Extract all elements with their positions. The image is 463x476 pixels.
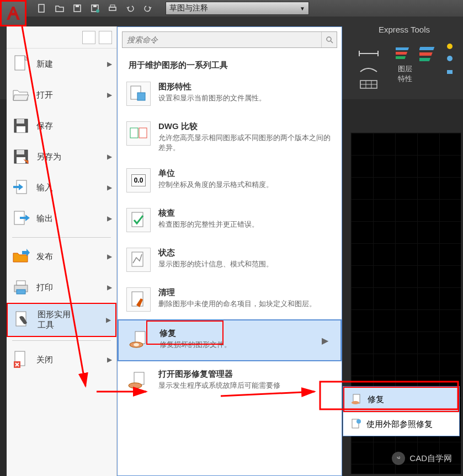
document-icon	[37, 3, 47, 13]
autocad-logo-icon	[4, 4, 22, 22]
menu-publish[interactable]: 发布 ▶	[7, 241, 116, 272]
purge-broom-icon	[126, 287, 151, 312]
layer-properties-label: 图层 特性	[391, 64, 419, 84]
menu-export[interactable]: 输出 ▶	[7, 203, 116, 234]
chevron-right-icon: ▶	[322, 335, 332, 346]
svg-rect-29	[17, 150, 24, 154]
folder-icon	[55, 3, 65, 13]
qat-save-button[interactable]	[71, 2, 84, 15]
properties-icon	[126, 82, 151, 106]
qat-print-button[interactable]	[106, 2, 119, 15]
chevron-right-icon: ▶	[107, 184, 112, 191]
sub-item-units[interactable]: 0.0 单位 控制坐标及角度的显示格式和精度。	[118, 161, 342, 200]
units-icon: 0.0	[126, 168, 151, 192]
status-chart-icon	[126, 248, 151, 272]
ribbon-tab-express-tools[interactable]: Express Tools	[379, 25, 430, 34]
svg-rect-13	[447, 70, 453, 74]
svg-point-12	[447, 56, 453, 61]
menu-separator	[12, 237, 111, 238]
arc-icon[interactable]	[358, 64, 380, 74]
menu-new[interactable]: 新建 ▶	[7, 49, 116, 79]
svg-rect-0	[39, 4, 44, 12]
sub-desc: 检查图形的完整性并更正错误。	[158, 220, 333, 229]
sub-desc: 修复损坏的图形文件。	[159, 340, 314, 350]
menu-label: 输出	[36, 213, 102, 224]
print-icon	[108, 3, 118, 13]
search-input[interactable]	[123, 32, 321, 47]
svg-rect-6	[109, 7, 116, 10]
recover-xref-icon	[350, 418, 362, 430]
application-menu-button[interactable]	[0, 0, 26, 26]
workspace-dropdown[interactable]: 草图与注释 ▼	[166, 2, 309, 15]
menu-drawing-utilities[interactable]: 图形实用 工具 ▶	[7, 303, 116, 337]
recover-flyout: 修复 使用外部参照修复	[343, 386, 460, 436]
export-icon	[11, 208, 31, 228]
lightbulb-icon[interactable]	[445, 54, 455, 63]
open-docs-button[interactable]	[99, 31, 112, 44]
qat-open-button[interactable]	[53, 2, 66, 15]
chevron-right-icon: ▶	[107, 356, 112, 363]
open-folder-icon	[11, 85, 31, 105]
table-icon[interactable]	[358, 79, 380, 89]
svg-rect-4	[93, 5, 97, 7]
flyout-recover-xref[interactable]: 使用外部参照修复	[343, 412, 459, 436]
menu-save[interactable]: 保存	[7, 110, 116, 141]
recent-docs-button[interactable]	[82, 31, 95, 44]
chevron-right-icon: ▶	[107, 253, 112, 260]
sub-desc: 显示发生程序或系统故障后可能需要修	[158, 381, 333, 391]
qat-saveas-button[interactable]	[88, 2, 102, 15]
menu-saveas[interactable]: 另存为 ▶	[7, 141, 116, 172]
search-icon	[326, 36, 333, 44]
save-icon	[72, 3, 82, 13]
svg-rect-35	[17, 290, 25, 294]
sub-item-dwg-compare[interactable]: DWG 比较 允许您高亮显示相同图形或不同图形的两个版本之间的差异。	[118, 114, 342, 161]
saveas-icon	[90, 3, 100, 13]
recover-icon	[351, 393, 363, 405]
import-icon	[11, 178, 31, 197]
sub-title: 核查	[158, 208, 333, 218]
search-button[interactable]	[321, 32, 337, 47]
save-disk-icon	[11, 116, 31, 136]
flyout-recover[interactable]: 修复	[343, 387, 459, 412]
qat-redo-button[interactable]	[141, 2, 155, 15]
menu-label: 输入	[36, 183, 102, 193]
submenu-title: 用于维护图形的一系列工具	[118, 52, 342, 74]
flyout-label: 修复	[368, 394, 384, 405]
workspace-label: 草图与注释	[169, 3, 208, 13]
svg-point-5	[96, 9, 99, 13]
sub-item-audit[interactable]: 核查 检查图形的完整性并更正错误。	[118, 200, 342, 240]
sub-item-drawing-properties[interactable]: 图形特性 设置和显示当前图形的文件属性。	[118, 74, 342, 114]
sub-item-recovery-manager[interactable]: 打开图形修复管理器 显示发生程序或系统故障后可能需要修	[118, 361, 342, 401]
menu-label: 另存为	[36, 152, 102, 162]
menu-import[interactable]: 输入 ▶	[7, 172, 116, 203]
menu-close[interactable]: 关闭 ▶	[7, 344, 116, 375]
chevron-right-icon: ▶	[107, 153, 112, 161]
redo-icon	[143, 3, 153, 13]
menu-label: 新建	[36, 59, 102, 69]
qat-new-button[interactable]	[35, 2, 49, 15]
layer-stack-icon[interactable]	[419, 41, 441, 74]
chevron-right-icon: ▶	[106, 316, 111, 324]
lightbulb-on-icon[interactable]	[445, 41, 455, 51]
watermark: ༄ CAD自学网	[392, 452, 452, 465]
sub-item-purge[interactable]: 清理 删除图形中未使用的命名项目，如块定义和图层。	[118, 280, 342, 319]
measure-icon[interactable]	[358, 49, 380, 58]
lock-icon[interactable]	[445, 66, 455, 76]
menu-open[interactable]: 打开 ▶	[7, 79, 116, 110]
undo-icon	[125, 3, 135, 13]
menu-label: 图形实用 工具	[38, 309, 100, 330]
layer-properties-button[interactable]: 图层 特性	[391, 43, 419, 84]
sub-item-status[interactable]: 状态 显示图形的统计信息、模式和范围。	[118, 240, 342, 280]
menu-label: 发布	[36, 252, 102, 262]
layer-state-icons	[419, 41, 455, 76]
qat-undo-button[interactable]	[124, 2, 137, 15]
chevron-right-icon: ▶	[107, 91, 112, 99]
svg-point-11	[447, 44, 453, 49]
application-menu: 新建 ▶ 打开 ▶ 保存 另存为 ▶ 输入 ▶ 输出 ▶ 发布 ▶ 打印 ▶ 图…	[7, 26, 117, 476]
menu-print[interactable]: 打印 ▶	[7, 272, 116, 303]
sub-title: 状态	[158, 248, 333, 258]
recovery-manager-icon	[126, 369, 151, 393]
sub-item-recover[interactable]: 修复 修复损坏的图形文件。 ▶	[118, 319, 342, 361]
svg-rect-15	[396, 52, 407, 55]
sub-desc: 显示图形的统计信息、模式和范围。	[158, 259, 333, 269]
